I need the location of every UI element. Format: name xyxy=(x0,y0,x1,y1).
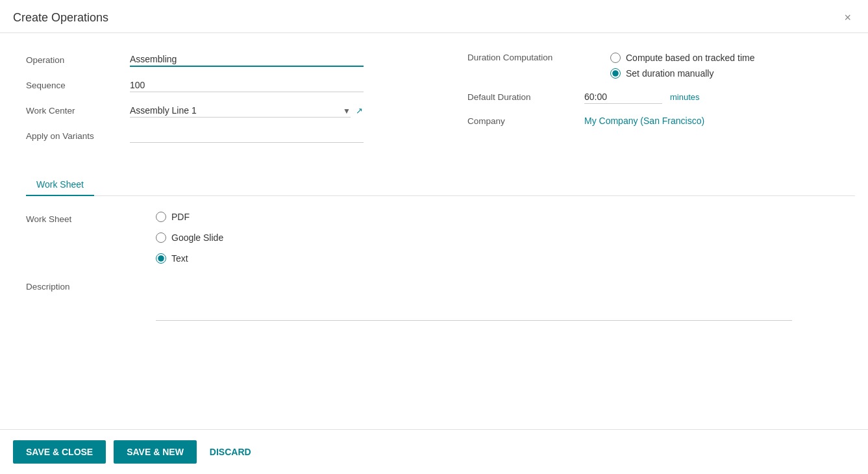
apply-variants-select[interactable] xyxy=(130,129,364,143)
work-center-select[interactable]: Assembly Line 1 xyxy=(130,104,351,118)
worksheet-text-radio[interactable] xyxy=(156,253,166,264)
modal-header: Create Operations × xyxy=(0,0,868,33)
minutes-label: minutes xyxy=(670,92,700,102)
radio-manual-input[interactable] xyxy=(610,68,621,79)
modal-body: Operation Sequence Work Center xyxy=(0,33,868,429)
tab-worksheet[interactable]: Work Sheet xyxy=(26,174,94,196)
radio-tracked-input[interactable] xyxy=(610,53,621,63)
worksheet-pdf-option[interactable]: PDF xyxy=(156,212,223,222)
description-input[interactable] xyxy=(156,282,792,321)
worksheet-options: PDF Google Slide Text xyxy=(156,212,223,264)
create-operations-modal: Create Operations × Operation Sequence xyxy=(0,0,868,474)
operation-label: Operation xyxy=(26,55,130,65)
modal-footer: SAVE & CLOSE SAVE & NEW DISCARD xyxy=(0,429,868,474)
save-close-button[interactable]: SAVE & CLOSE xyxy=(13,440,106,464)
sequence-value xyxy=(130,79,441,92)
form-section: Operation Sequence Work Center xyxy=(26,53,855,155)
worksheet-google-slide-option[interactable]: Google Slide xyxy=(156,232,223,243)
work-center-select-wrapper: Assembly Line 1 ▼ ↗ xyxy=(130,104,441,118)
work-center-row: Work Center Assembly Line 1 ▼ ↗ xyxy=(26,104,441,118)
radio-manual-option[interactable]: Set duration manually xyxy=(610,68,754,79)
default-duration-value: minutes xyxy=(584,90,700,104)
apply-variants-label: Apply on Variants xyxy=(26,131,130,141)
worksheet-google-slide-radio[interactable] xyxy=(156,232,166,243)
apply-variants-row: Apply on Variants xyxy=(26,129,441,143)
apply-variants-value xyxy=(130,129,441,143)
default-duration-input[interactable] xyxy=(584,90,662,104)
work-center-value: Assembly Line 1 ▼ ↗ xyxy=(130,104,441,118)
form-right: Duration Computation Compute based on tr… xyxy=(467,53,855,155)
tab-list: Work Sheet xyxy=(26,174,855,196)
save-new-button[interactable]: SAVE & NEW xyxy=(114,440,197,464)
close-button[interactable]: × xyxy=(840,10,855,25)
default-duration-label: Default Duration xyxy=(467,92,584,102)
description-label: Description xyxy=(26,282,130,321)
radio-tracked-option[interactable]: Compute based on tracked time xyxy=(610,53,754,63)
sequence-row: Sequence xyxy=(26,79,441,92)
company-value: My Company (San Francisco) xyxy=(584,116,704,126)
worksheet-label: Work Sheet xyxy=(26,212,130,264)
worksheet-text-label: Text xyxy=(171,253,188,264)
modal-title: Create Operations xyxy=(13,11,108,25)
sequence-input[interactable] xyxy=(130,79,364,92)
worksheet-content: Work Sheet PDF Google Slide Text xyxy=(26,212,855,264)
duration-computation-label: Duration Computation xyxy=(467,53,584,62)
radio-manual-label: Set duration manually xyxy=(626,68,713,79)
company-row: Company My Company (San Francisco) xyxy=(467,116,855,126)
form-left: Operation Sequence Work Center xyxy=(26,53,441,155)
sequence-label: Sequence xyxy=(26,81,130,90)
worksheet-google-slide-label: Google Slide xyxy=(171,232,223,243)
worksheet-text-option[interactable]: Text xyxy=(156,253,223,264)
external-link-icon[interactable]: ↗ xyxy=(356,106,363,116)
discard-button[interactable]: DISCARD xyxy=(205,440,256,464)
description-section: Description xyxy=(26,282,855,321)
duration-computation-group: Compute based on tracked time Set durati… xyxy=(610,53,754,79)
tabs-section: Work Sheet Work Sheet PDF Google Slide xyxy=(26,174,855,321)
operation-input[interactable] xyxy=(130,53,364,67)
radio-tracked-label: Compute based on tracked time xyxy=(626,53,754,63)
worksheet-pdf-radio[interactable] xyxy=(156,212,166,222)
default-duration-row: Default Duration minutes xyxy=(467,90,855,104)
operation-value xyxy=(130,53,441,67)
operation-row: Operation xyxy=(26,53,441,67)
company-label: Company xyxy=(467,116,584,126)
worksheet-pdf-label: PDF xyxy=(171,212,190,222)
company-text: My Company (San Francisco) xyxy=(584,116,704,126)
work-center-label: Work Center xyxy=(26,106,130,116)
